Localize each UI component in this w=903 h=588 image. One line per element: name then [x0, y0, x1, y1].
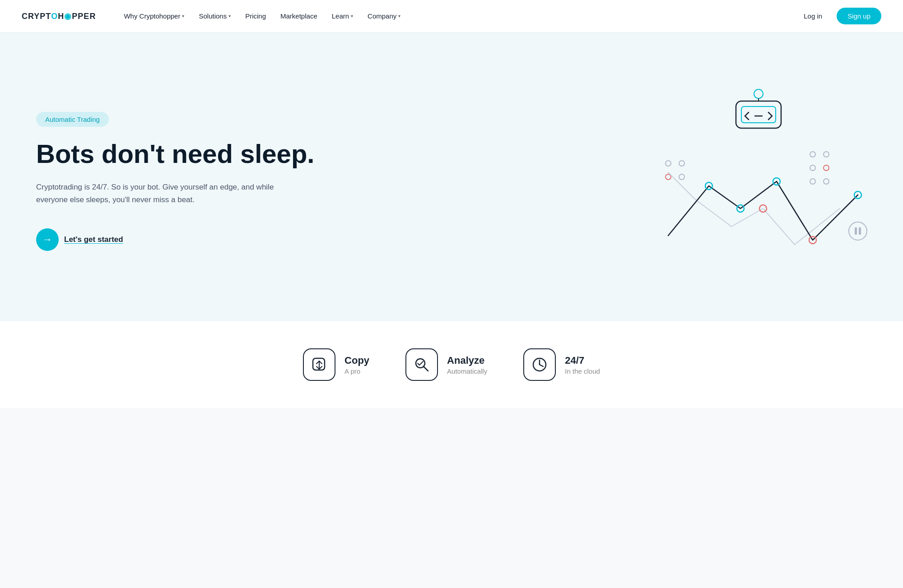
feature-analyze-text: Analyze Automatically [447, 355, 487, 375]
login-button[interactable]: Log in [796, 9, 829, 23]
24-7-icon-wrap [523, 348, 556, 381]
svg-point-0 [754, 89, 763, 98]
feature-24-7: 24/7 In the cloud [523, 348, 600, 381]
cta-button[interactable]: → Let's get started [36, 228, 123, 251]
svg-point-6 [679, 161, 684, 166]
hero-description: Cryptotrading is 24/7. So is your bot. G… [36, 181, 289, 207]
hero-badge: Automatic Trading [36, 112, 109, 127]
svg-point-7 [666, 174, 671, 180]
feature-24-7-text: 24/7 In the cloud [565, 355, 600, 375]
svg-point-9 [810, 152, 815, 157]
hero-section: Automatic Trading Bots don't need sleep.… [0, 32, 903, 321]
analyze-icon [412, 355, 432, 375]
svg-line-30 [540, 365, 543, 366]
hero-content: Automatic Trading Bots don't need sleep.… [36, 112, 314, 251]
svg-point-10 [824, 152, 829, 157]
svg-rect-22 [855, 227, 857, 235]
feature-analyze: Analyze Automatically [405, 348, 487, 381]
features-section: Copy A pro Analyze Automatically 2 [0, 321, 903, 408]
hero-illustration [641, 82, 876, 272]
cta-arrow-icon: → [36, 228, 59, 251]
svg-point-8 [679, 174, 684, 180]
svg-point-14 [824, 179, 829, 184]
navbar: CRYPTOH◉PPER Why Cryptohopper ▾ Solution… [0, 0, 903, 32]
feature-copy: Copy A pro [303, 348, 369, 381]
trading-chart-icon [641, 127, 876, 263]
nav-learn[interactable]: Learn ▾ [326, 9, 359, 23]
chevron-down-icon: ▾ [398, 14, 400, 19]
svg-rect-23 [859, 227, 861, 235]
nav-actions: Log in Sign up [796, 8, 881, 24]
analyze-icon-wrap [405, 348, 438, 381]
nav-marketplace[interactable]: Marketplace [274, 9, 324, 23]
logo[interactable]: CRYPTOH◉PPER [22, 11, 96, 21]
chevron-down-icon: ▾ [228, 14, 231, 19]
svg-point-5 [666, 161, 671, 166]
svg-point-12 [824, 165, 829, 171]
svg-line-27 [424, 366, 428, 371]
nav-company[interactable]: Company ▾ [361, 9, 407, 23]
hero-title: Bots don't need sleep. [36, 139, 314, 168]
nav-solutions[interactable]: Solutions ▾ [192, 9, 237, 23]
svg-point-21 [849, 222, 867, 240]
copy-icon [309, 355, 329, 375]
clock-icon [530, 355, 549, 375]
nav-pricing[interactable]: Pricing [239, 9, 272, 23]
signup-button[interactable]: Sign up [837, 8, 881, 24]
chevron-down-icon: ▾ [351, 14, 353, 19]
chevron-down-icon: ▾ [182, 14, 184, 19]
svg-rect-1 [736, 101, 781, 128]
nav-why-cryptohopper[interactable]: Why Cryptohopper ▾ [117, 9, 191, 23]
svg-point-11 [810, 165, 815, 171]
feature-copy-text: Copy A pro [344, 355, 369, 375]
copy-icon-wrap [303, 348, 335, 381]
nav-links: Why Cryptohopper ▾ Solutions ▾ Pricing M… [117, 9, 796, 23]
cta-label: Let's get started [64, 235, 123, 244]
svg-point-13 [810, 179, 815, 184]
